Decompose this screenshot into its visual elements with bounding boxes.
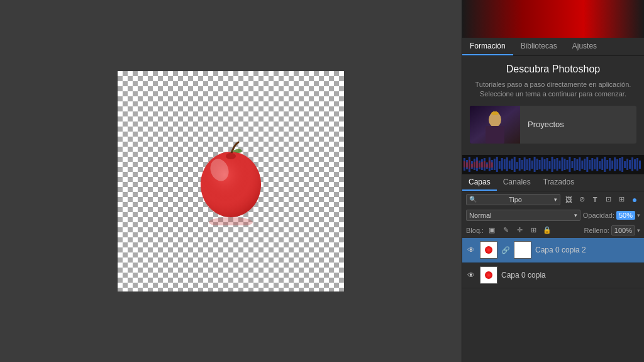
tipo-label: Tipo [509, 196, 522, 203]
svg-rect-61 [586, 157, 588, 172]
tab-formacion[interactable]: Formación [462, 38, 513, 55]
svg-rect-73 [616, 159, 618, 169]
svg-rect-84 [466, 162, 468, 167]
more-icon[interactable]: ● [629, 194, 640, 205]
main-tabs: Formación Bibliotecas Ajustes [462, 38, 644, 56]
layer-visibility-toggle[interactable]: 👁 [466, 245, 476, 255]
layer-item[interactable]: 👁 Capa 0 copia [462, 263, 644, 288]
svg-rect-26 [499, 161, 501, 169]
tab-bibliotecas[interactable]: Bibliotecas [513, 38, 565, 55]
photoshop-canvas [118, 71, 344, 291]
fill-value[interactable]: 100% [611, 225, 635, 235]
svg-rect-41 [536, 159, 538, 170]
svg-rect-68 [604, 157, 606, 172]
layers-list: 👁 🔗 Capa 0 copia 2 👁 Capa 0 copia [462, 238, 644, 362]
svg-rect-76 [624, 161, 626, 168]
svg-rect-75 [621, 157, 623, 172]
lock-all-icon[interactable]: 🔒 [541, 225, 553, 236]
svg-rect-37 [526, 159, 528, 170]
learn-panel: Descubra Photoshop Tutoriales paso a pas… [462, 56, 644, 155]
shape-icon[interactable]: ⊡ [602, 194, 614, 205]
learn-title: Descubra Photoshop [470, 64, 636, 75]
svg-rect-65 [596, 157, 598, 171]
blend-chevron-icon: ▾ [574, 212, 577, 218]
tab-capas[interactable]: Capas [462, 174, 497, 191]
svg-rect-94 [491, 162, 493, 167]
svg-rect-66 [599, 161, 601, 169]
lock-artboard-icon[interactable]: ⊞ [528, 225, 539, 236]
svg-rect-52 [564, 159, 565, 170]
tab-ajustes[interactable]: Ajustes [565, 38, 604, 55]
tab-trazados[interactable]: Trazados [537, 174, 581, 191]
svg-rect-27 [501, 158, 503, 171]
learn-description: Tutoriales paso a paso directamente en a… [470, 80, 636, 99]
fill-label: Relleno: [584, 227, 609, 234]
smart-icon[interactable]: ⊞ [616, 194, 627, 205]
svg-rect-39 [531, 161, 533, 169]
svg-rect-36 [524, 157, 526, 171]
layer-name: Capa 0 copia [501, 271, 640, 280]
svg-rect-55 [571, 161, 573, 168]
svg-rect-54 [569, 157, 570, 172]
project-card[interactable]: Proyectos [470, 106, 636, 144]
edit-icon[interactable]: ⊘ [576, 194, 587, 205]
canvas-area [0, 0, 462, 362]
layer-item[interactable]: 👁 🔗 Capa 0 copia 2 [462, 238, 644, 263]
tab-canales[interactable]: Canales [497, 174, 537, 191]
svg-rect-62 [589, 160, 591, 169]
project-thumbnail [470, 106, 520, 144]
svg-rect-10 [493, 111, 497, 114]
svg-rect-29 [506, 157, 508, 171]
text-icon[interactable]: T [589, 194, 601, 205]
svg-rect-67 [601, 159, 603, 170]
fill-row: Relleno: 100% ▾ [584, 225, 641, 235]
lock-transform-icon[interactable]: ✛ [514, 225, 525, 236]
svg-point-4 [209, 217, 253, 225]
svg-rect-63 [591, 158, 593, 171]
apple-container [193, 137, 269, 225]
opacity-value[interactable]: 50% [616, 211, 635, 220]
svg-rect-31 [511, 159, 513, 170]
svg-rect-87 [474, 162, 475, 167]
svg-rect-32 [514, 157, 516, 172]
svg-rect-86 [471, 164, 473, 167]
svg-rect-92 [486, 164, 488, 167]
svg-rect-78 [629, 160, 631, 169]
svg-rect-88 [476, 161, 478, 168]
svg-rect-74 [619, 158, 621, 171]
svg-rect-50 [558, 161, 560, 169]
blend-mode-value: Normal [469, 212, 491, 219]
lock-transparent-icon[interactable]: ▣ [486, 225, 497, 236]
svg-rect-51 [561, 157, 563, 171]
layer-thumbnail [480, 241, 497, 259]
svg-rect-8 [486, 126, 504, 144]
svg-rect-43 [541, 157, 543, 171]
blend-mode-select[interactable]: Normal ▾ [466, 210, 580, 221]
tipo-select[interactable]: 🔍 Tipo ▾ [466, 194, 560, 205]
svg-rect-79 [631, 157, 633, 171]
svg-rect-71 [611, 161, 613, 169]
right-panel: Formación Bibliotecas Ajustes Descubra P… [462, 0, 644, 362]
lock-row: Bloq.: ▣ ✎ ✛ ⊞ 🔒 Relleno: 100% ▾ [462, 223, 644, 238]
layer-thumb-content [485, 271, 492, 279]
lock-image-icon[interactable]: ✎ [500, 225, 511, 236]
waveform-bar [462, 155, 644, 174]
tipo-chevron-icon: ▾ [554, 196, 557, 203]
svg-rect-64 [594, 159, 596, 169]
layer-thumb-content [485, 246, 492, 254]
portrait-icon[interactable]: 🖼 [563, 194, 574, 205]
layer-name: Capa 0 copia 2 [535, 246, 640, 254]
svg-rect-59 [581, 161, 583, 169]
svg-rect-82 [639, 161, 641, 169]
svg-rect-90 [481, 162, 483, 167]
svg-rect-44 [544, 159, 546, 169]
svg-rect-93 [489, 161, 491, 168]
svg-rect-38 [529, 158, 531, 171]
svg-rect-40 [534, 157, 536, 172]
layer-visibility-toggle[interactable]: 👁 [466, 270, 476, 280]
svg-rect-49 [556, 158, 558, 171]
svg-rect-58 [579, 157, 580, 171]
svg-point-3 [226, 153, 236, 159]
svg-rect-46 [549, 161, 551, 169]
svg-rect-45 [547, 158, 548, 171]
